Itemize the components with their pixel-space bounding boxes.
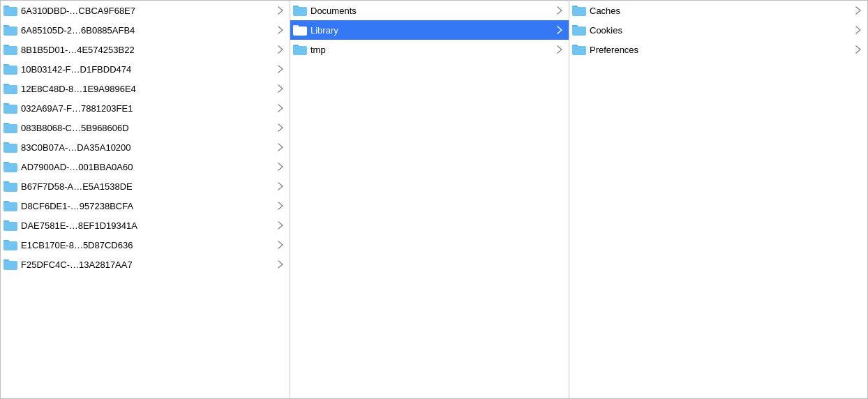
chevron-right-icon xyxy=(276,103,285,113)
folder-icon xyxy=(3,83,17,94)
chevron-right-icon xyxy=(276,220,285,230)
folder-item[interactable]: 032A69A7-F…7881203FE1 xyxy=(1,98,290,118)
folder-icon xyxy=(3,5,17,16)
folder-label: DAE7581E-…8EF1D19341A xyxy=(21,220,276,231)
folder-item[interactable]: AD7900AD-…001BBA0A60 xyxy=(1,157,290,176)
chevron-right-icon xyxy=(276,84,285,93)
folder-label: B67F7D58-A…E5A1538DE xyxy=(21,181,276,192)
finder-column-browser: 6A310DBD-…CBCA9F68E7 6A85105D-2…6B0885AF… xyxy=(0,0,868,399)
folder-icon xyxy=(3,161,17,172)
chevron-right-icon xyxy=(276,181,285,191)
folder-icon xyxy=(3,181,17,192)
folder-label: Documents xyxy=(310,6,555,16)
folder-label: D8CF6DE1-…957238BCFA xyxy=(21,201,276,211)
folder-label: F25DFC4C-…13A2817AA7 xyxy=(21,259,276,270)
folder-icon xyxy=(3,24,17,36)
folder-icon xyxy=(572,24,586,36)
folder-label: 083B8068-C…5B968606D xyxy=(21,123,276,133)
chevron-right-icon xyxy=(276,25,285,35)
folder-item[interactable]: Preferences xyxy=(569,40,867,59)
folder-item[interactable]: Library xyxy=(290,20,569,40)
folder-label: 8B1B5D01-…4E574253B22 xyxy=(21,45,276,55)
folder-icon xyxy=(3,220,17,231)
chevron-right-icon xyxy=(276,45,285,54)
chevron-right-icon xyxy=(276,259,285,269)
folder-label: Library xyxy=(310,25,555,36)
folder-item[interactable]: Cookies xyxy=(569,20,867,40)
column-3: Caches Cookies Preferences xyxy=(569,1,868,398)
folder-icon xyxy=(572,44,586,55)
folder-icon xyxy=(572,5,586,16)
chevron-right-icon xyxy=(276,142,285,152)
folder-icon xyxy=(3,259,17,270)
chevron-right-icon xyxy=(276,6,285,15)
folder-icon xyxy=(3,103,17,114)
chevron-right-icon xyxy=(276,162,285,172)
folder-item[interactable]: Caches xyxy=(569,1,867,20)
folder-icon xyxy=(293,5,307,16)
folder-icon xyxy=(3,142,17,153)
chevron-right-icon xyxy=(276,201,285,211)
chevron-right-icon xyxy=(555,6,564,15)
folder-item[interactable]: 83C0B07A-…DA35A10200 xyxy=(1,137,290,157)
folder-item[interactable]: 8B1B5D01-…4E574253B22 xyxy=(1,40,290,59)
folder-icon xyxy=(293,24,307,36)
folder-label: AD7900AD-…001BBA0A60 xyxy=(21,162,276,172)
chevron-right-icon xyxy=(853,25,863,35)
chevron-right-icon xyxy=(276,64,285,74)
folder-icon xyxy=(3,239,17,250)
folder-label: E1CB170E-8…5D87CD636 xyxy=(21,240,276,250)
folder-item[interactable]: tmp xyxy=(290,40,569,59)
folder-label: 6A85105D-2…6B0885AFB4 xyxy=(21,25,276,36)
chevron-right-icon xyxy=(555,25,564,35)
column-1: 6A310DBD-…CBCA9F68E7 6A85105D-2…6B0885AF… xyxy=(1,1,290,398)
folder-icon xyxy=(3,44,17,55)
folder-label: 83C0B07A-…DA35A10200 xyxy=(21,142,276,153)
chevron-right-icon xyxy=(853,45,863,54)
folder-item[interactable]: 12E8C48D-8…1E9A9896E4 xyxy=(1,79,290,98)
folder-item[interactable]: F25DFC4C-…13A2817AA7 xyxy=(1,255,290,274)
folder-item[interactable]: 6A85105D-2…6B0885AFB4 xyxy=(1,20,290,40)
folder-item[interactable]: DAE7581E-…8EF1D19341A xyxy=(1,216,290,235)
folder-label: tmp xyxy=(310,45,555,55)
folder-label: 12E8C48D-8…1E9A9896E4 xyxy=(21,84,276,94)
folder-label: Cookies xyxy=(590,25,853,36)
chevron-right-icon xyxy=(853,6,863,15)
folder-item[interactable]: E1CB170E-8…5D87CD636 xyxy=(1,235,290,255)
folder-label: 6A310DBD-…CBCA9F68E7 xyxy=(21,6,276,16)
folder-icon xyxy=(293,44,307,55)
folder-item[interactable]: Documents xyxy=(290,1,569,20)
folder-label: 032A69A7-F…7881203FE1 xyxy=(21,103,276,114)
column-2: Documents Library tmp xyxy=(290,1,569,398)
folder-icon xyxy=(3,63,17,75)
folder-item[interactable]: 6A310DBD-…CBCA9F68E7 xyxy=(1,1,290,20)
chevron-right-icon xyxy=(555,45,564,54)
folder-item[interactable]: 083B8068-C…5B968606D xyxy=(1,118,290,137)
folder-icon xyxy=(3,122,17,133)
chevron-right-icon xyxy=(276,123,285,133)
folder-icon xyxy=(3,200,17,211)
chevron-right-icon xyxy=(276,240,285,250)
folder-label: Preferences xyxy=(590,45,853,55)
folder-item[interactable]: D8CF6DE1-…957238BCFA xyxy=(1,196,290,216)
folder-label: 10B03142-F…D1FBDD474 xyxy=(21,64,276,75)
folder-label: Caches xyxy=(590,6,853,16)
folder-item[interactable]: 10B03142-F…D1FBDD474 xyxy=(1,59,290,79)
folder-item[interactable]: B67F7D58-A…E5A1538DE xyxy=(1,176,290,196)
